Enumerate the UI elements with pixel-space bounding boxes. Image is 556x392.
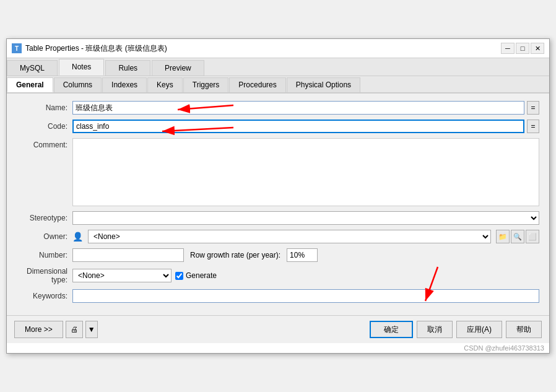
- dimensional-input-wrap: <None> Generate: [72, 269, 539, 282]
- comment-input-wrap: [72, 138, 539, 206]
- name-eq-button[interactable]: =: [527, 101, 539, 115]
- owner-label: Owner:: [17, 232, 72, 241]
- tab-columns[interactable]: Columns: [54, 77, 102, 92]
- tab-mysql[interactable]: MySQL: [7, 60, 58, 76]
- apply-button[interactable]: 应用(A): [456, 321, 502, 338]
- name-label: Name:: [17, 103, 72, 112]
- generate-label: Generate: [186, 271, 217, 280]
- more-button[interactable]: More >>: [14, 321, 63, 338]
- stereotype-label: Stereotype:: [17, 214, 72, 222]
- number-row: Number: Row growth rate (per year):: [17, 248, 539, 262]
- owner-properties-button[interactable]: 🔍: [511, 230, 524, 243]
- code-input-wrap: =: [72, 120, 539, 133]
- tab-notes[interactable]: Notes: [59, 59, 104, 76]
- tab-general[interactable]: General: [7, 77, 53, 92]
- top-tab-row: MySQL Notes Rules Preview: [7, 58, 549, 76]
- print-dropdown-button[interactable]: ▼: [85, 321, 98, 338]
- stereotype-select[interactable]: [72, 211, 539, 225]
- tab-triggers[interactable]: Triggers: [183, 77, 229, 92]
- tab-rules[interactable]: Rules: [105, 60, 150, 76]
- name-input[interactable]: [72, 101, 524, 115]
- content-area: Name: = Code: =: [7, 94, 549, 315]
- title-bar-left: T Table Properties - 班级信息表 (班级信息表): [12, 43, 167, 54]
- window-title: Table Properties - 班级信息表 (班级信息表): [25, 43, 167, 54]
- tab-procedures[interactable]: Procedures: [229, 77, 285, 92]
- number-input-wrap: Row growth rate (per year):: [72, 248, 539, 262]
- tab-physical-options[interactable]: Physical Options: [287, 77, 360, 92]
- tab-indexes[interactable]: Indexes: [102, 77, 147, 92]
- bottom-left: More >> 🖨 ▼: [14, 321, 98, 338]
- watermark-text: CSDN @zhufei463738313: [464, 344, 544, 352]
- code-input[interactable]: [72, 120, 524, 133]
- code-label: Code:: [17, 122, 72, 131]
- tab-preview[interactable]: Preview: [152, 60, 204, 76]
- stereotype-input-wrap: [72, 211, 539, 225]
- owner-browse-button[interactable]: 📁: [496, 230, 510, 243]
- minimize-button[interactable]: ─: [501, 43, 515, 54]
- help-button[interactable]: 帮助: [506, 321, 542, 338]
- generate-checkbox[interactable]: [175, 272, 183, 280]
- dimensional-row: Dimensional type: <None> Generate: [17, 267, 539, 284]
- owner-buttons: 📁 🔍 ⬜: [496, 230, 539, 243]
- keywords-input-wrap: [72, 289, 539, 303]
- cancel-button[interactable]: 取消: [417, 321, 453, 338]
- watermark: CSDN @zhufei463738313: [7, 343, 549, 353]
- keywords-label: Keywords:: [17, 292, 72, 300]
- stereotype-row: Stereotype:: [17, 211, 539, 225]
- bottom-right: 确定 取消 应用(A) 帮助: [370, 321, 542, 338]
- top-tabs: MySQL Notes Rules Preview: [7, 58, 549, 76]
- code-row: Code: =: [17, 120, 539, 133]
- confirm-button[interactable]: 确定: [370, 321, 413, 338]
- print-button[interactable]: 🖨: [66, 321, 83, 338]
- close-button[interactable]: ✕: [531, 43, 544, 54]
- tab-keys[interactable]: Keys: [147, 77, 183, 92]
- owner-clear-button[interactable]: ⬜: [526, 230, 539, 243]
- comment-row: Comment:: [17, 138, 539, 206]
- dimensional-select[interactable]: <None>: [72, 269, 172, 282]
- number-label: Number:: [17, 251, 72, 259]
- comment-label: Comment:: [17, 138, 72, 149]
- second-tab-row: General Columns Indexes Keys Triggers Pr…: [7, 76, 549, 94]
- keywords-input[interactable]: [72, 289, 539, 303]
- name-row: Name: =: [17, 101, 539, 115]
- owner-person-icon: 👤: [72, 232, 83, 242]
- title-bar: T Table Properties - 班级信息表 (班级信息表) ─ □ ✕: [7, 39, 549, 58]
- growth-input[interactable]: [287, 248, 318, 262]
- owner-row: Owner: 👤 <None> 📁 🔍 ⬜: [17, 230, 539, 243]
- keywords-row: Keywords:: [17, 289, 539, 303]
- owner-input-wrap: 👤 <None> 📁 🔍 ⬜: [72, 230, 539, 243]
- name-input-wrap: =: [72, 101, 539, 115]
- main-window: T Table Properties - 班级信息表 (班级信息表) ─ □ ✕…: [6, 38, 550, 354]
- owner-select[interactable]: <None>: [88, 230, 491, 243]
- code-eq-button[interactable]: =: [527, 120, 539, 133]
- window-icon: T: [12, 43, 22, 53]
- bottom-bar: More >> 🖨 ▼ 确定 取消 应用(A) 帮助: [7, 315, 549, 343]
- number-input[interactable]: [72, 248, 184, 262]
- comment-textarea[interactable]: [72, 138, 539, 206]
- dimensional-label: Dimensional type:: [17, 267, 72, 284]
- generate-checkbox-label: Generate: [175, 271, 217, 280]
- growth-rate-label: Row growth rate (per year):: [190, 251, 280, 259]
- maximize-button[interactable]: □: [516, 43, 529, 54]
- title-bar-controls: ─ □ ✕: [501, 43, 544, 54]
